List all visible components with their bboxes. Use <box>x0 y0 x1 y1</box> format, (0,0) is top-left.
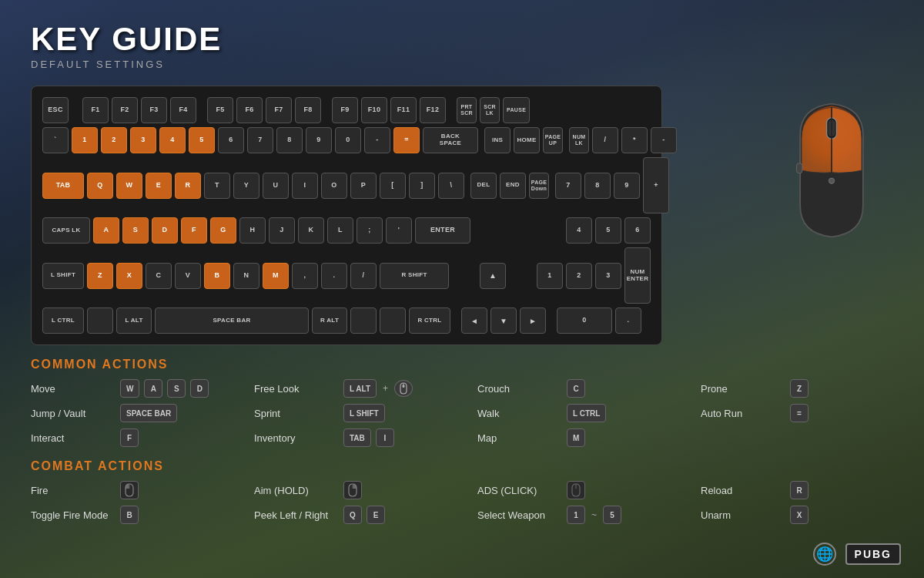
key-rwin[interactable] <box>350 307 377 334</box>
key-z[interactable]: Z <box>87 263 113 289</box>
key-numslash[interactable]: / <box>592 127 618 153</box>
key-num8[interactable]: 8 <box>584 173 611 199</box>
key-end[interactable]: END <box>500 173 526 199</box>
key-v[interactable]: V <box>175 263 201 289</box>
key-prtscr[interactable]: PRTSCR <box>457 97 477 123</box>
key-num9[interactable]: 9 <box>614 173 640 199</box>
key-num7[interactable]: 7 <box>555 173 581 199</box>
key-a[interactable]: A <box>93 217 119 244</box>
key-7[interactable]: 7 <box>247 127 273 153</box>
key-2[interactable]: 2 <box>101 127 127 153</box>
key-esc[interactable]: ESC <box>42 97 69 123</box>
key-t[interactable]: T <box>204 173 230 199</box>
key-numplus[interactable]: + <box>643 157 669 213</box>
key-scrlk[interactable]: SCRLK <box>480 97 500 123</box>
key-f[interactable]: F <box>181 217 207 244</box>
key-y[interactable]: Y <box>233 173 259 199</box>
key-num3[interactable]: 3 <box>595 263 621 289</box>
key-rshift[interactable]: R SHIFT <box>380 263 449 289</box>
key-r[interactable]: R <box>175 173 201 199</box>
key-backspace[interactable]: BACKSPACE <box>423 127 478 153</box>
key-x[interactable]: X <box>116 263 142 289</box>
key-del[interactable]: DEL <box>470 173 497 199</box>
key-num4[interactable]: 4 <box>566 217 592 244</box>
key-b[interactable]: B <box>204 263 230 289</box>
key-num0[interactable]: 0 <box>557 307 612 334</box>
key-slash[interactable]: / <box>350 263 377 289</box>
key-lalt[interactable]: L ALT <box>116 307 152 334</box>
key-s[interactable]: S <box>122 217 149 244</box>
key-f2[interactable]: F2 <box>112 97 138 123</box>
key-period[interactable]: . <box>321 263 347 289</box>
key-ralt[interactable]: R ALT <box>312 307 347 334</box>
key-numenter[interactable]: NUMENTER <box>624 247 651 304</box>
key-f6[interactable]: F6 <box>236 97 263 123</box>
key-left[interactable]: ◄ <box>461 307 487 334</box>
key-w[interactable]: W <box>116 173 142 199</box>
key-menu[interactable] <box>380 307 406 334</box>
key-num2[interactable]: 2 <box>566 263 592 289</box>
key-f9[interactable]: F9 <box>332 97 358 123</box>
key-num1[interactable]: 1 <box>537 263 563 289</box>
key-f7[interactable]: F7 <box>266 97 292 123</box>
key-space[interactable]: SPACE BAR <box>155 307 309 334</box>
key-f10[interactable]: F10 <box>361 97 387 123</box>
key-backslash[interactable]: \ <box>438 173 464 199</box>
key-j[interactable]: J <box>269 217 295 244</box>
key-f12[interactable]: F12 <box>420 97 446 123</box>
key-o[interactable]: O <box>321 173 347 199</box>
key-c[interactable]: C <box>146 263 172 289</box>
key-8[interactable]: 8 <box>276 127 303 153</box>
key-i[interactable]: I <box>292 173 318 199</box>
key-pgup[interactable]: PAGEUP <box>543 127 563 153</box>
key-q[interactable]: Q <box>87 173 113 199</box>
key-h[interactable]: H <box>239 217 266 244</box>
key-comma[interactable]: , <box>292 263 318 289</box>
key-tab[interactable]: TAB <box>42 173 84 199</box>
key-num5[interactable]: 5 <box>595 217 621 244</box>
key-minus[interactable]: - <box>364 127 390 153</box>
key-6[interactable]: 6 <box>218 127 244 153</box>
key-right[interactable]: ► <box>520 307 546 334</box>
key-rctrl[interactable]: R CTRL <box>409 307 450 334</box>
key-d[interactable]: D <box>152 217 178 244</box>
key-m[interactable]: M <box>263 263 289 289</box>
key-f4[interactable]: F4 <box>170 97 196 123</box>
key-f1[interactable]: F1 <box>82 97 109 123</box>
key-3[interactable]: 3 <box>130 127 156 153</box>
key-up[interactable]: ▲ <box>480 263 506 289</box>
key-9[interactable]: 9 <box>306 127 332 153</box>
key-5[interactable]: 5 <box>189 127 215 153</box>
key-down[interactable]: ▼ <box>490 307 517 334</box>
key-f5[interactable]: F5 <box>207 97 233 123</box>
key-0[interactable]: 0 <box>335 127 361 153</box>
key-f3[interactable]: F3 <box>141 97 167 123</box>
key-lctrl[interactable]: L CTRL <box>42 307 84 334</box>
key-backtick[interactable]: ` <box>42 127 69 153</box>
key-lbracket[interactable]: [ <box>380 173 406 199</box>
key-lwin[interactable] <box>87 307 113 334</box>
key-numdot[interactable]: . <box>615 307 641 334</box>
key-numminus[interactable]: - <box>651 127 677 153</box>
key-k[interactable]: K <box>298 217 324 244</box>
key-l[interactable]: L <box>327 217 353 244</box>
key-numstar[interactable]: * <box>621 127 648 153</box>
key-e[interactable]: E <box>146 173 172 199</box>
key-equals[interactable]: = <box>393 127 420 153</box>
key-numlk[interactable]: NUMLK <box>569 127 589 153</box>
key-f8[interactable]: F8 <box>295 97 321 123</box>
key-quote[interactable]: ' <box>386 217 412 244</box>
key-n[interactable]: N <box>233 263 259 289</box>
key-semicolon[interactable]: ; <box>357 217 383 244</box>
key-pgdn[interactable]: PAGEDown <box>529 173 549 199</box>
key-4[interactable]: 4 <box>159 127 186 153</box>
key-caps[interactable]: CAPS LK <box>42 217 90 244</box>
key-home[interactable]: HOME <box>514 127 540 153</box>
key-p[interactable]: P <box>350 173 377 199</box>
key-f11[interactable]: F11 <box>390 97 417 123</box>
key-u[interactable]: U <box>263 173 289 199</box>
key-ins[interactable]: INS <box>484 127 511 153</box>
key-lshift[interactable]: L SHIFT <box>42 263 84 289</box>
key-enter[interactable]: ENTER <box>415 217 470 244</box>
key-g[interactable]: G <box>210 217 236 244</box>
